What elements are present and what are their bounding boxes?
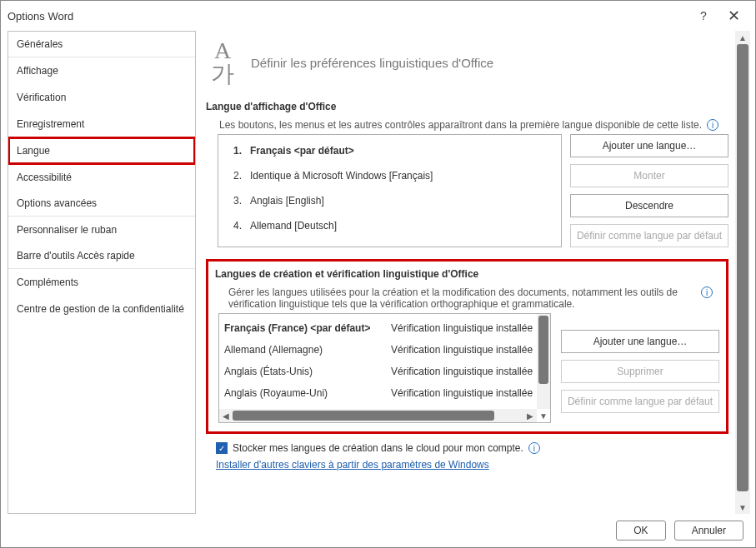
lang-name: Allemand (Allemagne): [224, 344, 391, 356]
dialog-footer: OK Annuler: [1, 514, 755, 547]
sidebar-item-1[interactable]: Affichage: [8, 57, 195, 84]
scrollbar-thumb[interactable]: [737, 44, 748, 491]
lang-status: Vérification linguistique installée: [391, 344, 545, 356]
display-lang-list[interactable]: 1.Français <par défaut>2.Identique à Mic…: [218, 134, 562, 247]
item-label: Allemand [Deutsch]: [250, 220, 337, 232]
lang-name: Français (France) <par défaut>: [224, 322, 391, 334]
lang-name: Anglais (Royaume-Uni): [224, 387, 391, 399]
sidebar-item-7[interactable]: Personnaliser le ruban: [8, 217, 195, 243]
cancel-button[interactable]: Annuler: [674, 521, 743, 541]
install-keyboards-link[interactable]: Installer d'autres claviers à partir des…: [216, 459, 489, 471]
page-title: Définir les préférences linguistiques d'…: [251, 56, 493, 70]
cloud-checkbox[interactable]: ✓: [216, 442, 228, 454]
sidebar-item-8[interactable]: Barre d'outils Accès rapide: [8, 243, 195, 269]
authoring-lang-list[interactable]: Français (France) <par défaut>Vérificati…: [218, 313, 551, 423]
sidebar-item-4[interactable]: Langue: [8, 137, 195, 164]
lang-status: Vérification linguistique installée: [391, 322, 545, 334]
authoring-body: Français (France) <par défaut>Vérificati…: [215, 313, 719, 423]
display-lang-body: 1.Français <par défaut>2.Identique à Mic…: [206, 134, 728, 247]
sidebar-item-3[interactable]: Enregistrement: [8, 111, 195, 137]
display-lang-heading: Langue d'affichage d'Office: [206, 92, 728, 117]
info-icon[interactable]: i: [707, 119, 718, 131]
help-button[interactable]: ?: [688, 6, 718, 26]
content-pane: A가 Définir les préférences linguistiques…: [206, 31, 750, 514]
item-number: 3.: [228, 195, 242, 207]
authoring-lang-item[interactable]: Anglais (États-Unis)Vérification linguis…: [224, 361, 545, 382]
move-down-button[interactable]: Descendre: [570, 194, 728, 217]
scroll-down-icon[interactable]: ▼: [735, 501, 750, 514]
cloud-checkbox-label: Stocker mes langues de création dans le …: [233, 442, 523, 454]
item-label: Anglais [English]: [250, 195, 324, 207]
language-icon: A가: [206, 39, 239, 86]
info-icon[interactable]: i: [701, 286, 713, 298]
authoring-lang-item[interactable]: Anglais (Royaume-Uni)Vérification lingui…: [224, 382, 545, 404]
authoring-buttons: Ajouter une langue… Supprimer Définir co…: [561, 313, 719, 423]
authoring-help-row: Gérer les langues utilisées pour la créa…: [215, 285, 719, 313]
scroll-left-icon[interactable]: ◀: [219, 409, 233, 422]
sidebar-item-2[interactable]: Vérification: [8, 84, 195, 111]
sidebar-item-9[interactable]: Compléments: [8, 269, 195, 296]
authoring-heading: Langues de création et vérification ling…: [215, 268, 719, 285]
ok-button[interactable]: OK: [616, 521, 665, 541]
authoring-help-text: Gérer les langues utilisées pour la créa…: [228, 286, 696, 310]
display-lang-item[interactable]: 2.Identique à Microsoft Windows [Françai…: [223, 163, 556, 188]
main-area: GénéralesAffichageVérificationEnregistre…: [1, 31, 755, 514]
scroll-down-icon[interactable]: ▼: [537, 409, 550, 422]
set-default-display-button: Définir comme langue par défaut: [570, 224, 728, 247]
authoring-lang-item[interactable]: Français (France) <par défaut>Vérificati…: [224, 317, 545, 339]
info-icon[interactable]: i: [528, 442, 540, 454]
hscrollbar-thumb[interactable]: [233, 411, 494, 421]
authoring-section-highlight: Langues de création et vérification ling…: [206, 259, 728, 434]
lang-status: Vérification linguistique installée: [391, 366, 545, 377]
dialog-title: Options Word: [8, 10, 688, 22]
display-lang-help-text: Les boutons, les menus et les autres con…: [219, 119, 702, 131]
item-number: 4.: [228, 220, 242, 232]
lang-status: Vérification linguistique installée: [391, 387, 545, 399]
page-header: A가 Définir les préférences linguistiques…: [206, 31, 728, 92]
remove-authoring-lang-button: Supprimer: [561, 360, 719, 383]
scroll-up-icon[interactable]: ▲: [735, 31, 750, 44]
titlebar: Options Word ? ✕: [1, 1, 755, 31]
sidebar-item-0[interactable]: Générales: [8, 32, 195, 57]
cloud-checkbox-row[interactable]: ✓ Stocker mes langues de création dans l…: [216, 442, 728, 454]
display-lang-buttons: Ajouter une langue… Monter Descendre Déf…: [570, 134, 728, 247]
horizontal-scrollbar[interactable]: ◀ ▶: [219, 409, 537, 422]
close-button[interactable]: ✕: [718, 6, 748, 26]
scrollbar-thumb[interactable]: [538, 316, 548, 384]
lang-name: Anglais (États-Unis): [224, 366, 391, 377]
authoring-lang-item[interactable]: Allemand (Allemagne)Vérification linguis…: [224, 339, 545, 361]
scroll-right-icon[interactable]: ▶: [523, 409, 537, 422]
sidebar-item-5[interactable]: Accessibilité: [8, 164, 195, 191]
display-lang-item[interactable]: 3.Anglais [English]: [223, 188, 556, 213]
item-label: Identique à Microsoft Windows [Français]: [250, 170, 433, 182]
sidebar-item-6[interactable]: Options avancées: [8, 191, 195, 217]
main-vertical-scrollbar[interactable]: ▲ ▼: [735, 31, 750, 514]
add-authoring-lang-button[interactable]: Ajouter une langue…: [561, 330, 719, 353]
display-lang-item[interactable]: 4.Allemand [Deutsch]: [223, 213, 556, 238]
sidebar-nav: GénéralesAffichageVérificationEnregistre…: [8, 31, 196, 514]
display-lang-help-row: Les boutons, les menus et les autres con…: [206, 117, 728, 134]
options-dialog: Options Word ? ✕ GénéralesAffichageVérif…: [0, 0, 756, 548]
move-up-button: Monter: [570, 164, 728, 187]
item-label: Français <par défaut>: [250, 145, 354, 157]
set-default-authoring-button: Définir comme langue par défaut: [561, 390, 719, 413]
item-number: 1.: [228, 145, 242, 157]
item-number: 2.: [228, 170, 242, 182]
vertical-scrollbar[interactable]: ▼: [537, 314, 550, 409]
add-display-lang-button[interactable]: Ajouter une langue…: [570, 134, 728, 157]
sidebar-item-10[interactable]: Centre de gestion de la confidentialité: [8, 296, 195, 322]
display-lang-item[interactable]: 1.Français <par défaut>: [223, 138, 556, 163]
